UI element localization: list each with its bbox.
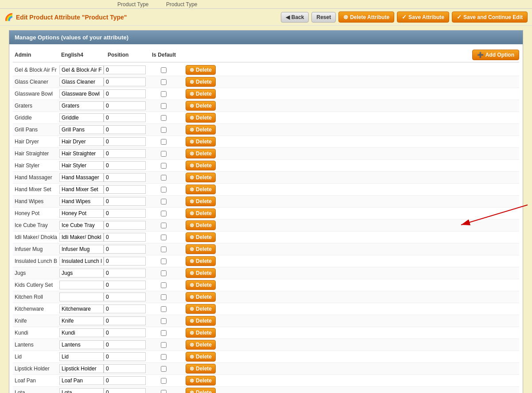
is-default-checkbox[interactable] [161,247,167,252]
english-input[interactable] [59,197,104,206]
position-input[interactable] [104,316,146,325]
position-input[interactable] [104,269,146,277]
is-default-checkbox[interactable] [161,366,167,372]
delete-button[interactable]: ⊗ Delete [186,268,216,278]
position-input[interactable] [104,101,146,110]
is-default-checkbox[interactable] [161,282,167,288]
delete-button[interactable]: ⊗ Delete [186,292,216,302]
reset-button[interactable]: Reset [311,12,336,23]
english-input[interactable] [59,149,104,158]
delete-button[interactable]: ⊗ Delete [186,280,216,290]
is-default-checkbox[interactable] [161,151,167,157]
add-option-button[interactable]: ➕ Add Option [472,50,519,60]
position-input[interactable] [104,388,146,393]
delete-button[interactable]: ⊗ Delete [186,125,216,135]
position-input[interactable] [104,197,146,206]
is-default-checkbox[interactable] [161,139,167,145]
english-input[interactable] [59,281,104,289]
delete-button[interactable]: ⊗ Delete [186,352,216,362]
is-default-checkbox[interactable] [161,103,167,109]
is-default-checkbox[interactable] [161,91,167,97]
delete-button[interactable]: ⊗ Delete [186,173,216,182]
english-input[interactable] [59,340,104,349]
english-input[interactable] [59,101,104,110]
delete-button[interactable]: ⊗ Delete [186,196,216,206]
save-continue-button[interactable]: ✓ Save and Continue Edit [452,12,528,23]
is-default-checkbox[interactable] [161,390,167,393]
english-input[interactable] [59,364,104,373]
position-input[interactable] [104,340,146,349]
back-button[interactable]: ◀ Back [281,12,309,23]
english-input[interactable] [59,328,104,337]
english-input[interactable] [59,113,104,122]
position-input[interactable] [104,125,146,134]
english-input[interactable] [59,269,104,277]
position-input[interactable] [104,66,146,74]
delete-button[interactable]: ⊗ Delete [186,388,216,393]
english-input[interactable] [59,316,104,325]
delete-button[interactable]: ⊗ Delete [186,185,216,194]
position-input[interactable] [104,257,146,266]
position-input[interactable] [104,364,146,373]
position-input[interactable] [104,245,146,254]
english-input[interactable] [59,293,104,301]
is-default-checkbox[interactable] [161,270,167,276]
english-input[interactable] [59,161,104,170]
delete-button[interactable]: ⊗ Delete [186,220,216,230]
position-input[interactable] [104,281,146,289]
is-default-checkbox[interactable] [161,223,167,228]
is-default-checkbox[interactable] [161,163,167,169]
delete-button[interactable]: ⊗ Delete [186,256,216,266]
english-input[interactable] [59,233,104,242]
is-default-checkbox[interactable] [161,306,167,312]
delete-button[interactable]: ⊗ Delete [186,376,216,385]
save-attribute-button[interactable]: ✓ Save Attribute [397,12,449,23]
delete-button[interactable]: ⊗ Delete [186,340,216,350]
delete-button[interactable]: ⊗ Delete [186,89,216,99]
delete-attribute-button[interactable]: ⊗ Delete Attribute [338,12,394,23]
english-input[interactable] [59,77,104,86]
position-input[interactable] [104,376,146,385]
english-input[interactable] [59,66,104,74]
position-input[interactable] [104,233,146,242]
position-input[interactable] [104,77,146,86]
english-input[interactable] [59,125,104,134]
is-default-checkbox[interactable] [161,378,167,384]
english-input[interactable] [59,89,104,98]
delete-button[interactable]: ⊗ Delete [186,328,216,338]
delete-button[interactable]: ⊗ Delete [186,65,216,75]
delete-button[interactable]: ⊗ Delete [186,304,216,314]
is-default-checkbox[interactable] [161,318,167,324]
position-input[interactable] [104,352,146,361]
delete-button[interactable]: ⊗ Delete [186,316,216,326]
delete-button[interactable]: ⊗ Delete [186,208,216,218]
english-input[interactable] [59,209,104,218]
english-input[interactable] [59,304,104,313]
delete-button[interactable]: ⊗ Delete [186,77,216,87]
delete-button[interactable]: ⊗ Delete [186,137,216,146]
position-input[interactable] [104,293,146,301]
is-default-checkbox[interactable] [161,175,167,181]
position-input[interactable] [104,173,146,182]
is-default-checkbox[interactable] [161,330,167,336]
english-input[interactable] [59,376,104,385]
is-default-checkbox[interactable] [161,294,167,300]
position-input[interactable] [104,161,146,170]
position-input[interactable] [104,328,146,337]
delete-button[interactable]: ⊗ Delete [186,161,216,170]
is-default-checkbox[interactable] [161,354,167,360]
english-input[interactable] [59,388,104,393]
english-input[interactable] [59,173,104,182]
delete-button[interactable]: ⊗ Delete [186,101,216,111]
english-input[interactable] [59,352,104,361]
english-input[interactable] [59,137,104,146]
position-input[interactable] [104,113,146,122]
position-input[interactable] [104,149,146,158]
delete-button[interactable]: ⊗ Delete [186,364,216,374]
position-input[interactable] [104,89,146,98]
english-input[interactable] [59,257,104,266]
english-input[interactable] [59,221,104,230]
is-default-checkbox[interactable] [161,342,167,348]
position-input[interactable] [104,137,146,146]
position-input[interactable] [104,221,146,230]
